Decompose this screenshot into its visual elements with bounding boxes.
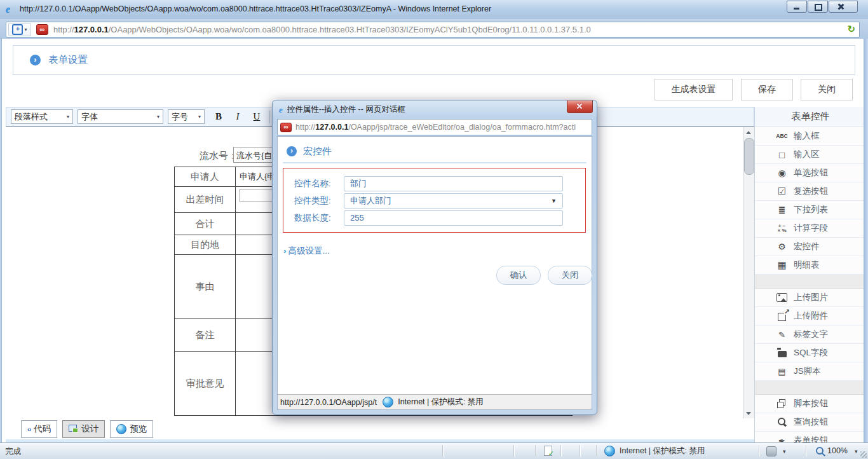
zoom-magnifier-icon[interactable]	[816, 447, 824, 455]
status-separator	[759, 445, 759, 456]
sidebar-item-label: 宏控件	[794, 241, 820, 252]
page-header: › 表单设置	[13, 45, 855, 75]
sidebar-item-checkbox[interactable]: ☑ 复选按钮	[755, 182, 866, 201]
scrollbar-thumb[interactable]	[744, 138, 754, 175]
font-family-value: 字体	[81, 111, 98, 123]
page-check-icon[interactable]: ✓	[544, 446, 552, 456]
url-host: 127.0.0.1	[315, 123, 348, 132]
scroll-down-button[interactable]	[743, 408, 754, 418]
dialog-titlebar[interactable]: e 控件属性--插入控件 -- 网页对话框	[279, 104, 405, 115]
dialog-close-button[interactable]	[567, 100, 593, 113]
sidebar-item-calc-field[interactable]: + − × % 计算字段	[755, 219, 866, 238]
sidebar-item-label: 复选按钮	[794, 186, 828, 197]
control-type-select[interactable]: 申请人部门	[344, 193, 563, 209]
close-window-button[interactable]	[829, 1, 858, 13]
section-arrow-icon: ›	[287, 146, 297, 156]
sidebar-item-macro-control[interactable]: ⚙ 宏控件	[755, 238, 866, 256]
calc-icon: + − × %	[776, 223, 788, 235]
scroll-up-button[interactable]	[743, 127, 754, 137]
close-button[interactable]: 关闭	[801, 79, 853, 100]
tab-code[interactable]: ‹› 代码	[21, 420, 57, 438]
sidebar-item-query-button[interactable]: 查询按钮	[755, 413, 866, 432]
sidebar-item-radio[interactable]: ◉ 单选按钮	[755, 164, 866, 182]
font-size-select[interactable]: 字号 ▾	[168, 109, 205, 124]
radio-icon: ◉	[776, 167, 788, 179]
control-type-label: 控件类型:	[294, 195, 331, 207]
row-label: 事由	[175, 255, 236, 319]
sidebar-item-detail-table[interactable]: ▦ 明细表	[755, 256, 866, 275]
dialog-statusbar: http://127.0.0.1/OAapp/jsp/t Internet | …	[278, 394, 592, 409]
sidebar-item-upload-image[interactable]: 上传图片	[755, 289, 866, 307]
refresh-icon[interactable]: ↻	[847, 24, 855, 35]
compatibility-view-button[interactable]: + ▾	[8, 23, 31, 36]
paragraph-style-select[interactable]: 段落样式 ▾	[11, 109, 73, 124]
address-input[interactable]: + ▾ ∞ http://127.0.0.1/OAapp/WebObjects/…	[6, 22, 860, 38]
applicant-macro-text: 申请人{申	[236, 172, 275, 181]
chevron-down-icon[interactable]: ▾	[855, 448, 858, 455]
sidebar-item-label: 标签文字	[794, 329, 828, 340]
sidebar-item-label-text[interactable]: ✎ 标签文字	[755, 325, 866, 344]
page-title: 表单设置	[48, 53, 88, 67]
resize-grip[interactable]	[860, 451, 867, 458]
maximize-icon	[815, 4, 822, 11]
sidebar-item-sql-field[interactable]: SQL字段	[755, 344, 866, 362]
copy-icon	[776, 398, 788, 410]
window-frame-left	[0, 39, 2, 443]
url-scheme: http://	[295, 123, 315, 132]
row-label: 目的地	[175, 235, 236, 254]
tab-preview[interactable]: 预览	[110, 420, 153, 438]
status-separator	[560, 445, 561, 456]
checkbox-icon: ☑	[776, 186, 788, 198]
sidebar-item-js-script[interactable]: ▤ JS脚本	[755, 362, 866, 381]
abc-icon: ABC	[776, 130, 788, 142]
font-size-value: 字号	[172, 111, 188, 123]
sidebar-separator	[755, 381, 866, 395]
tab-label: 设计	[81, 423, 98, 435]
row-label: 合计	[175, 213, 236, 235]
maximize-button[interactable]	[808, 1, 828, 13]
globe-icon	[383, 397, 393, 408]
grid-icon: ▦	[776, 259, 788, 271]
italic-button[interactable]: I	[233, 111, 243, 122]
sidebar-item-dropdown-list[interactable]: ≣ 下拉列表	[755, 201, 866, 219]
tab-design[interactable]: 设计	[62, 420, 105, 438]
dialog-close-action-button[interactable]: 关闭	[548, 266, 592, 285]
minimize-button[interactable]	[787, 1, 807, 13]
control-name-input[interactable]: 部门	[344, 176, 563, 191]
sidebar-item-label: 明细表	[794, 259, 820, 271]
chevron-down-icon[interactable]: ▾	[783, 448, 786, 455]
data-length-input[interactable]: 255	[344, 210, 563, 226]
globe-icon	[116, 424, 126, 434]
save-button[interactable]: 保存	[741, 79, 793, 100]
sidebar-item-input-box[interactable]: ABC 输入框	[755, 127, 866, 146]
protected-mode-icon[interactable]	[766, 446, 776, 456]
url-path: /OAapp/WebObjects/OAapp.woa/wo/com.oa800…	[109, 25, 591, 34]
confirm-button[interactable]: 确认	[496, 266, 541, 285]
sidebar-item-textarea[interactable]: □ 输入区	[755, 146, 866, 164]
status-bar: 完成 ✓ Internet | 保护模式: 禁用 ▾ 100% ▾	[0, 442, 868, 459]
sidebar-item-script-button[interactable]: 脚本按钮	[755, 395, 866, 413]
bold-button[interactable]: B	[214, 111, 224, 122]
generate-table-settings-button[interactable]: 生成表设置	[654, 79, 733, 100]
sidebar-item-upload-attachment[interactable]: ↗ 上传附件	[755, 307, 866, 325]
folder-icon	[778, 351, 787, 357]
control-name-label: 控件名称:	[294, 178, 331, 189]
triangle-up-icon	[746, 131, 751, 134]
window-titlebar[interactable]: e http://127.0.0.1/OAapp/WebObjects/OAap…	[0, 0, 868, 20]
dialog-section-header: › 宏控件	[283, 140, 587, 163]
sidebar-item-form-button[interactable]: ✒ 表单按钮	[755, 432, 866, 443]
underline-button[interactable]: U	[252, 111, 262, 122]
gear-icon: ⚙	[776, 241, 788, 253]
tab-label: 代码	[34, 423, 51, 435]
advanced-settings-link[interactable]: ›高级设置...	[283, 245, 330, 257]
chevron-down-icon[interactable]: ▼	[551, 198, 557, 204]
dialog-address-bar: ∞ http://127.0.0.1/OAapp/jsp/trace_eWebE…	[277, 119, 592, 135]
dialog-status-url: http://127.0.0.1/OAapp/jsp/t	[278, 398, 377, 407]
dialog-status-zone: Internet | 保护模式: 禁用	[398, 397, 484, 408]
font-family-select[interactable]: 字体 ▾	[78, 109, 163, 124]
minimize-icon	[794, 8, 799, 10]
address-url[interactable]: http://127.0.0.1/OAapp/WebObjects/OAapp.…	[53, 25, 591, 34]
canvas-scrollbar[interactable]	[743, 127, 754, 418]
sidebar-item-label: 输入区	[794, 149, 820, 160]
zoom-level[interactable]: 100%	[827, 446, 848, 455]
